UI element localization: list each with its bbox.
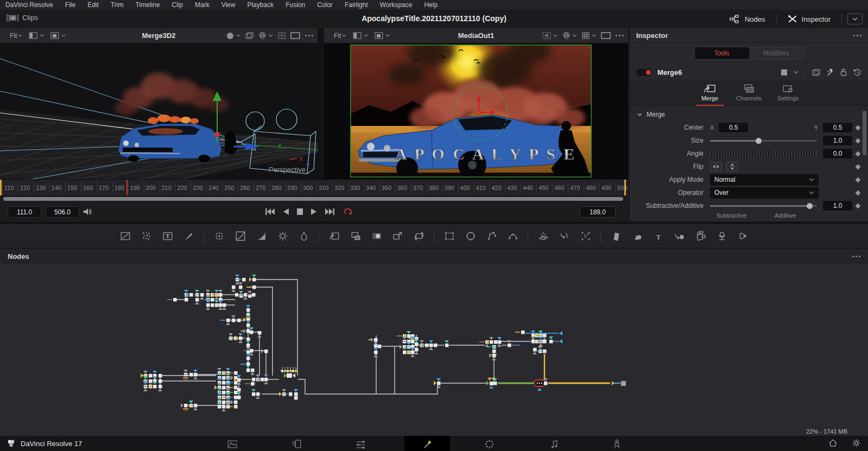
pin-icon[interactable] <box>827 68 834 76</box>
renderer3d-tool-button[interactable] <box>732 231 753 242</box>
graph-node[interactable] <box>252 285 256 289</box>
menu-fusion[interactable]: Fusion <box>280 1 311 9</box>
quad-view-icon[interactable] <box>278 32 286 39</box>
menu-davinci-resolve[interactable]: DaVinci Resolve <box>2 1 59 9</box>
graph-node[interactable] <box>234 405 238 409</box>
keyframe-diamond[interactable] <box>853 165 863 169</box>
graph-node[interactable] <box>218 405 221 409</box>
graph-node[interactable] <box>206 303 210 307</box>
time-ruler[interactable]: 1101201301401501601701801902002102202302… <box>0 179 628 195</box>
graph-node[interactable] <box>226 319 230 322</box>
menu-help[interactable]: Help <box>418 1 443 9</box>
flip-horizontal-button[interactable] <box>710 162 722 171</box>
split-view-dropdown[interactable] <box>29 32 44 39</box>
guides-dropdown[interactable] <box>582 32 596 39</box>
graph-node[interactable] <box>222 376 226 380</box>
fit-dropdown[interactable]: Fit <box>10 32 17 40</box>
graph-node[interactable] <box>415 348 419 352</box>
chevron-down-icon[interactable] <box>794 71 799 74</box>
left-viewer-canvas-3d[interactable]: Y X Z Perspective <box>0 43 318 179</box>
keyframe-diamond[interactable] <box>853 204 863 208</box>
graph-node[interactable] <box>222 381 226 385</box>
graph-node[interactable] <box>159 379 162 383</box>
text3d-tool-button[interactable]: T <box>648 231 669 242</box>
page-cut-button[interactable] <box>288 436 304 451</box>
blur-tool-button[interactable] <box>208 231 230 242</box>
graph-node[interactable] <box>219 303 223 307</box>
spotlight-tool-button[interactable] <box>711 231 732 242</box>
textplus-tool-button[interactable]: T <box>157 231 178 242</box>
graph-node[interactable] <box>252 293 256 297</box>
graph-node[interactable] <box>498 340 502 344</box>
graph-node[interactable] <box>250 331 254 334</box>
graph-node[interactable] <box>294 392 298 396</box>
inspector-scrollbar[interactable] <box>863 111 866 155</box>
graph-node[interactable] <box>222 391 226 395</box>
audio-mute-button[interactable] <box>83 207 92 216</box>
graph-node[interactable] <box>232 319 236 322</box>
lock-icon[interactable] <box>840 68 847 76</box>
graph-node[interactable] <box>374 351 378 354</box>
graph-node[interactable] <box>246 329 250 333</box>
brightness-tool-button[interactable] <box>272 231 293 242</box>
fit-dropdown[interactable]: Fit <box>334 32 341 40</box>
menu-timeline[interactable]: Timeline <box>129 1 166 9</box>
graph-node[interactable] <box>258 331 262 335</box>
glow-tool-button[interactable] <box>293 231 314 242</box>
play-reverse-button[interactable] <box>282 207 289 216</box>
graph-node[interactable] <box>411 351 415 354</box>
page-fairlight-button[interactable] <box>546 436 562 451</box>
graph-node[interactable] <box>407 334 411 338</box>
viewer-options-button[interactable] <box>616 35 624 36</box>
graph-node[interactable] <box>252 378 256 382</box>
graph-node[interactable] <box>251 369 255 372</box>
ellipse-tool-button[interactable] <box>460 231 481 242</box>
layout-presets-button[interactable] <box>847 14 863 24</box>
graph-node[interactable] <box>494 340 498 344</box>
menu-view[interactable]: View <box>216 1 242 9</box>
graph-node[interactable] <box>149 374 153 378</box>
graph-node[interactable] <box>234 396 238 399</box>
bspline-tool-button[interactable] <box>502 231 523 242</box>
keyframe-diamond[interactable] <box>853 152 863 156</box>
colorkeyer-tool-button[interactable] <box>366 231 387 242</box>
graph-node[interactable] <box>621 381 626 386</box>
graph-node[interactable] <box>246 323 250 327</box>
render-range-end-marker[interactable] <box>624 180 626 195</box>
graph-node[interactable] <box>159 385 162 389</box>
graph-node[interactable] <box>200 293 204 297</box>
graph-node[interactable] <box>294 396 298 400</box>
render-range-start-marker[interactable] <box>0 180 2 195</box>
page-edit-button[interactable] <box>352 436 368 451</box>
graph-node-junction[interactable] <box>287 373 292 378</box>
inspector-panel-button[interactable]: Inspector <box>782 15 836 23</box>
merge-section-header[interactable]: Merge <box>630 108 868 121</box>
graph-node[interactable] <box>173 298 177 302</box>
graph-node[interactable] <box>445 344 449 347</box>
pmerge-tool-button[interactable] <box>554 231 575 242</box>
camera3d-tool-button[interactable] <box>690 231 711 242</box>
graph-node[interactable] <box>289 392 293 396</box>
graph-node[interactable] <box>219 293 223 297</box>
loop-playback-button[interactable] <box>343 207 353 217</box>
rectangle-tool-button[interactable] <box>439 231 460 242</box>
split-view-dropdown[interactable] <box>353 32 368 39</box>
operator-dropdown[interactable]: Over <box>710 187 819 199</box>
tab-modifiers[interactable]: Modifiers <box>749 47 803 59</box>
play-button[interactable] <box>311 207 318 216</box>
sub-view-dropdown[interactable] <box>50 32 66 39</box>
inspector-options-button[interactable] <box>853 35 861 36</box>
menu-mark[interactable]: Mark <box>189 1 216 9</box>
graph-node[interactable] <box>232 285 236 289</box>
graph-node[interactable] <box>403 351 407 354</box>
graph-node[interactable] <box>159 374 162 378</box>
colorcorrector-tool-button[interactable] <box>251 231 272 242</box>
graph-node[interactable] <box>189 293 193 297</box>
background-tool-button[interactable] <box>115 231 136 242</box>
graph-node[interactable] <box>415 342 419 346</box>
graph-node[interactable] <box>429 344 433 347</box>
graph-node[interactable] <box>234 386 238 390</box>
flip-vertical-button[interactable] <box>726 162 738 171</box>
range-out-input[interactable]: 506.0 <box>46 206 79 218</box>
keyframe-diamond[interactable] <box>853 126 863 130</box>
